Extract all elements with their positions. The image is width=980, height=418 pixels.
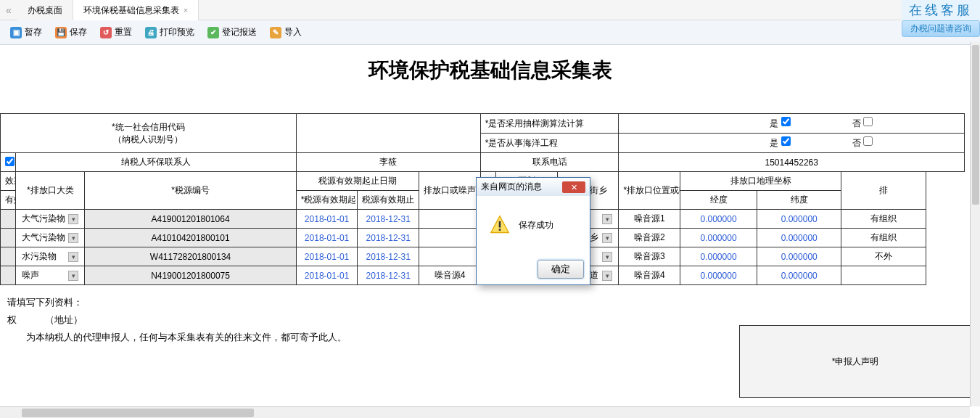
- save-label: 保存: [70, 26, 87, 38]
- svg-rect-1: [499, 221, 501, 228]
- cell-period: [1, 247, 16, 266]
- cell-end[interactable]: 2018-12-31: [358, 210, 419, 229]
- chevron-down-icon[interactable]: ▾: [602, 214, 612, 224]
- cell-loc[interactable]: 噪音源3: [619, 247, 680, 266]
- chevron-down-icon[interactable]: ▾: [68, 214, 78, 224]
- cell-code: W411728201800134: [85, 247, 296, 266]
- env-contact-value[interactable]: 李筱: [296, 153, 480, 172]
- cell-category[interactable]: 噪声▾: [16, 266, 85, 285]
- register-label: 登记报送: [222, 26, 257, 38]
- cell-end[interactable]: 2018-12-31: [358, 247, 419, 266]
- cell-period: [1, 229, 16, 247]
- cell-last[interactable]: 有组织: [841, 229, 926, 247]
- reset-icon: ↺: [100, 27, 112, 38]
- credit-code-value[interactable]: [296, 114, 480, 153]
- cell-lng[interactable]: 0.000000: [680, 229, 757, 247]
- close-icon[interactable]: ✕: [562, 181, 585, 193]
- chevron-down-icon[interactable]: ▾: [602, 271, 612, 281]
- sampling-yes-checkbox[interactable]: [781, 117, 791, 126]
- close-icon[interactable]: ×: [184, 0, 188, 20]
- cell-start[interactable]: 2018-01-01: [296, 247, 358, 266]
- ocean-no-checkbox[interactable]: [863, 136, 873, 146]
- tab-env-form[interactable]: 环境保税基础信息采集表 ×: [73, 0, 199, 20]
- cell-lng[interactable]: 0.000000: [680, 247, 757, 266]
- cell-last[interactable]: [841, 266, 926, 285]
- chevron-down-icon[interactable]: ▾: [602, 233, 612, 243]
- cell-last[interactable]: 有组织: [841, 210, 926, 229]
- sampling-label: *是否采用抽样测算法计算: [480, 114, 619, 134]
- chevron-down-icon[interactable]: ▾: [68, 271, 78, 281]
- cell-emit[interactable]: [419, 229, 481, 247]
- check-icon: ✔: [207, 27, 219, 38]
- col-tax-code: *税源编号: [85, 172, 296, 210]
- cell-lng[interactable]: 0.000000: [680, 266, 757, 285]
- pause-icon: ▣: [10, 27, 22, 38]
- print-preview-button[interactable]: 🖨打印预览: [142, 25, 197, 40]
- cell-last[interactable]: 不外: [841, 247, 926, 266]
- declaration-label: *申报人声明: [832, 356, 879, 368]
- chevron-down-icon[interactable]: ▾: [602, 252, 612, 262]
- dialog-title-text: 来自网页的消息: [481, 181, 542, 193]
- cell-loc[interactable]: 噪音源2: [619, 229, 680, 247]
- ocean-yes-checkbox[interactable]: [781, 136, 791, 146]
- scrollbar-thumb[interactable]: [972, 45, 979, 205]
- save-button[interactable]: 💾保存: [52, 25, 90, 40]
- col-geo: 排放口地理坐标: [680, 172, 841, 191]
- cell-start[interactable]: 2018-01-01: [296, 229, 358, 247]
- pause-label: 暂存: [25, 26, 42, 38]
- cell-emit[interactable]: [419, 247, 481, 266]
- online-service-sub: 办税问题请咨询: [902, 20, 980, 37]
- pause-button[interactable]: ▣暂存: [7, 25, 45, 40]
- sampling-no-checkbox[interactable]: [863, 117, 873, 126]
- cell-category[interactable]: 大气污染物▾: [16, 210, 85, 229]
- ocean-label: *是否从事海洋工程: [480, 134, 619, 153]
- tabs-collapse-icon[interactable]: «: [0, 4, 17, 16]
- tab-desktop[interactable]: 办税桌面: [17, 0, 73, 20]
- dialog-title-bar: 来自网页的消息 ✕: [477, 178, 590, 196]
- reset-button[interactable]: ↺重置: [97, 25, 135, 40]
- ok-button[interactable]: 确定: [538, 260, 584, 279]
- cell-period: [1, 266, 16, 285]
- phone-value[interactable]: 15014452263: [619, 153, 965, 172]
- cell-loc[interactable]: 噪音源4: [619, 266, 680, 285]
- cell-end[interactable]: 2018-12-31: [358, 229, 419, 247]
- cell-lng[interactable]: 0.000000: [680, 210, 757, 229]
- cell-category[interactable]: 水污染物▾: [16, 247, 85, 266]
- footer-line-1: 请填写下列资料：: [7, 294, 973, 311]
- cell-lat[interactable]: 0.000000: [757, 229, 841, 247]
- no-label-2: 否: [852, 138, 861, 148]
- col-valid-start: *税源有效期起: [296, 191, 358, 210]
- yes-label: 是: [770, 118, 778, 128]
- scrollbar-thumb[interactable]: [22, 409, 254, 417]
- vertical-scrollbar[interactable]: [970, 42, 980, 406]
- cell-code: N419001201800075: [85, 266, 296, 285]
- env-contact-label: 纳税人环保联系人: [16, 153, 297, 172]
- online-service-widget[interactable]: 在线客服 办税问题请咨询: [902, 0, 980, 37]
- online-service-title: 在线客服: [902, 0, 980, 20]
- no-label: 否: [852, 118, 861, 128]
- cell-end[interactable]: 2018-12-31: [358, 266, 419, 285]
- cell-lat[interactable]: 0.000000: [757, 247, 841, 266]
- cell-emit[interactable]: [419, 210, 481, 229]
- svg-rect-2: [499, 229, 501, 231]
- col-period: 效期起止: [1, 172, 16, 191]
- chevron-down-icon[interactable]: ▾: [68, 252, 78, 262]
- tabs-bar: « 办税桌面 环境保税基础信息采集表 ×: [0, 0, 980, 20]
- col-lat: 纬度: [757, 191, 841, 210]
- cell-lat[interactable]: 0.000000: [757, 210, 841, 229]
- import-button[interactable]: ✎导入: [267, 25, 305, 40]
- row-checkbox[interactable]: [5, 157, 15, 166]
- register-button[interactable]: ✔登记报送: [205, 25, 260, 40]
- cell-category[interactable]: 大气污染物▾: [16, 229, 85, 247]
- cell-emit[interactable]: 噪音源4: [419, 266, 481, 285]
- page-title: 环境保护税基础信息采集表: [0, 45, 980, 113]
- cell-loc[interactable]: 噪音源1: [619, 210, 680, 229]
- cell-start[interactable]: 2018-01-01: [296, 266, 358, 285]
- cell-start[interactable]: 2018-01-01: [296, 210, 358, 229]
- cell-lat[interactable]: 0.000000: [757, 266, 841, 285]
- tab-label: 环境保税基础信息采集表: [83, 0, 179, 20]
- chevron-down-icon[interactable]: ▾: [68, 233, 78, 243]
- message-dialog: 来自网页的消息 ✕ 保存成功 确定: [476, 177, 590, 285]
- horizontal-scrollbar[interactable]: [0, 406, 970, 418]
- cell-period: [1, 210, 16, 229]
